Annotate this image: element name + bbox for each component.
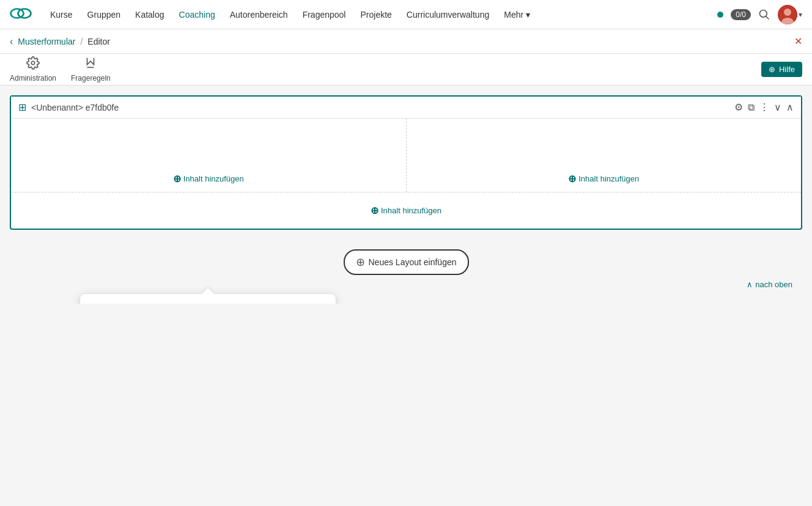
main-area: ⊞ <Unbenannt> e7fdb0fe ⚙ ⧉ ⋮ ∨ ∧ ⊕ Inhal… [0, 86, 812, 304]
collapse-icon[interactable]: ∨ [774, 101, 781, 113]
nach-oben-icon: ∧ [747, 280, 753, 289]
breadcrumb-separator: / [80, 37, 83, 46]
help-button[interactable]: ⊕ Hilfe [761, 62, 802, 77]
form-block: ⊞ <Unbenannt> e7fdb0fe ⚙ ⧉ ⋮ ∨ ∧ ⊕ Inhal… [10, 95, 802, 230]
toolbar-frageregeln[interactable]: Frageregeln [71, 56, 111, 82]
user-avatar[interactable]: ▾ [778, 5, 802, 24]
breadcrumb-back-button[interactable]: ‹ [10, 36, 13, 47]
logo[interactable] [10, 6, 32, 23]
search-button[interactable] [758, 9, 770, 21]
plus-icon-right: ⊕ [568, 173, 576, 185]
help-icon: ⊕ [769, 65, 775, 74]
new-layout-area: ⊕ Neues Layout einfügen [10, 240, 802, 275]
popup-arrow [202, 288, 214, 294]
add-content-button-row3[interactable]: ⊕ Inhalt hinzufügen [371, 205, 441, 216]
administration-label: Administration [10, 74, 56, 82]
help-label: Hilfe [779, 65, 795, 74]
nach-oben-button[interactable]: ∧ nach oben [747, 280, 792, 289]
form-column-left: ⊕ Inhalt hinzufügen [11, 119, 407, 192]
more-icon[interactable]: ⋮ [759, 101, 769, 113]
status-indicator [717, 12, 723, 18]
form-row3: ⊕ Inhalt hinzufügen [11, 192, 801, 229]
add-content-label-right: Inhalt hinzufügen [578, 174, 639, 183]
svg-line-4 [766, 16, 769, 19]
nav-fragenpool[interactable]: Fragenpool [297, 7, 352, 22]
settings-icon[interactable]: ⚙ [734, 101, 743, 113]
new-layout-plus-icon: ⊕ [356, 255, 365, 269]
nav-links: Kurse Gruppen Katalog Coaching Autorenbe… [44, 7, 705, 22]
breadcrumb-parent[interactable]: Musterformular [18, 37, 75, 46]
nav-curriculumverwaltung[interactable]: Curriculumverwaltung [400, 7, 495, 22]
nav-projekte[interactable]: Projekte [354, 7, 397, 22]
svg-point-2 [11, 9, 24, 18]
nach-oben-area: ∧ nach oben [10, 275, 802, 294]
score-badge: 0/0 [731, 9, 751, 20]
administration-icon [26, 56, 40, 73]
form-row3-col: ⊕ Inhalt hinzufügen [11, 193, 801, 229]
new-layout-button[interactable]: ⊕ Neues Layout einfügen [344, 249, 469, 275]
breadcrumb-bar: ‹ Musterformular / Editor ✕ [0, 29, 812, 54]
svg-point-1 [18, 9, 31, 18]
nach-oben-label: nach oben [755, 280, 792, 289]
nav-autorenbereich[interactable]: Autorenbereich [224, 7, 294, 22]
breadcrumb-current: Editor [87, 37, 110, 46]
toolbar-administration[interactable]: Administration [10, 56, 56, 82]
add-content-label-row3: Inhalt hinzufügen [381, 206, 441, 215]
form-block-grid-icon: ⊞ [18, 101, 26, 113]
top-navigation: Kurse Gruppen Katalog Coaching Autorenbe… [0, 0, 812, 29]
nav-mehr[interactable]: Mehr ▾ [498, 7, 536, 22]
add-content-button-right[interactable]: ⊕ Inhalt hinzufügen [568, 173, 639, 185]
expand-icon[interactable]: ∧ [786, 101, 794, 113]
add-content-button-left[interactable]: ⊕ Inhalt hinzufügen [173, 173, 244, 185]
form-columns-row1: ⊕ Inhalt hinzufügen ⊕ Inhalt hinzufügen [11, 119, 801, 192]
form-block-header: ⊞ <Unbenannt> e7fdb0fe ⚙ ⧉ ⋮ ∨ ∧ [11, 97, 801, 119]
breadcrumb-close-button[interactable]: ✕ [794, 35, 802, 47]
plus-icon-row3: ⊕ [371, 205, 378, 216]
form-column-right: ⊕ Inhalt hinzufügen [407, 119, 802, 192]
topnav-right: 0/0 ▾ [717, 5, 802, 24]
nav-gruppen[interactable]: Gruppen [81, 7, 127, 22]
nav-katalog[interactable]: Katalog [129, 7, 170, 22]
svg-point-3 [760, 10, 767, 17]
avatar-image [778, 5, 797, 24]
content-popup: Inhalt H Titel ¶ Paragraph [79, 293, 336, 304]
new-layout-label: Neues Layout einfügen [369, 257, 457, 267]
frageregeln-icon [84, 56, 97, 73]
add-content-label-left: Inhalt hinzufügen [183, 174, 244, 183]
form-block-actions: ⚙ ⧉ ⋮ ∨ ∧ [734, 101, 794, 113]
plus-icon-left: ⊕ [173, 173, 181, 185]
frageregeln-label: Frageregeln [71, 74, 111, 82]
svg-point-6 [784, 9, 791, 16]
form-block-title: <Unbenannt> e7fdb0fe [31, 103, 729, 112]
toolbar: Administration Frageregeln ⊕ Hilfe [0, 54, 812, 86]
nav-coaching[interactable]: Coaching [173, 7, 221, 22]
copy-icon[interactable]: ⧉ [748, 102, 755, 113]
nav-kurse[interactable]: Kurse [44, 7, 79, 22]
svg-point-8 [31, 61, 35, 65]
